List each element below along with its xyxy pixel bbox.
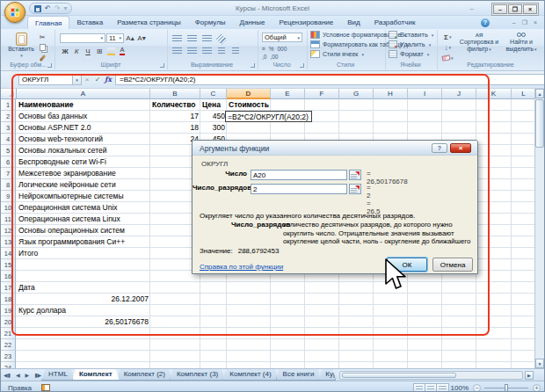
scroll-down-icon[interactable]: ▼ (535, 359, 544, 368)
row-header-18[interactable]: 18 (1, 294, 16, 305)
workbook-restore-icon[interactable]: ❐ (522, 19, 527, 26)
cell-A4[interactable]: Основы web-технологий (18, 134, 149, 145)
row-header-22[interactable]: 22 (1, 339, 16, 351)
tab-Главная[interactable]: Главная (27, 16, 69, 29)
close-button[interactable]: × (523, 4, 537, 14)
next-sheet-icon[interactable]: ▶ (23, 372, 33, 378)
enter-icon[interactable]: ✓ (92, 74, 103, 85)
cell-C1[interactable]: Цена (201, 99, 226, 111)
row-header-14[interactable]: 14 (1, 248, 16, 259)
row-header-12[interactable]: 12 (1, 225, 16, 236)
tab-Данные[interactable]: Данные (233, 16, 272, 29)
help-icon[interactable]: ? (481, 18, 490, 27)
name-box[interactable]: ОКРУГЛ (18, 74, 73, 85)
name-box-dropdown-icon[interactable]: ▾ (73, 74, 82, 85)
row-header-11[interactable]: 11 (1, 214, 16, 225)
digits-arg-input[interactable]: 2 (251, 184, 347, 194)
cell-A19[interactable]: Курс доллара (18, 305, 149, 316)
row-header-17[interactable]: 17 (1, 282, 16, 294)
restore-button[interactable]: ❐ (508, 4, 522, 14)
column-header-D[interactable]: D (227, 89, 271, 99)
column-header-G[interactable]: G (339, 89, 374, 99)
cell-styles-button[interactable]: Стили ячеек▾ (308, 49, 385, 59)
vertical-scroll-thumb[interactable] (535, 99, 544, 148)
paste-dropdown-icon[interactable]: ▾ (9, 53, 34, 58)
number-dialog-launcher-icon[interactable] (300, 63, 304, 68)
help-link[interactable]: Справка по этой функции (200, 263, 283, 271)
row-header-16[interactable]: 16 (1, 271, 16, 282)
align-top-icon[interactable] (171, 33, 183, 44)
decrease-indent-icon[interactable] (216, 46, 227, 56)
clipboard-dialog-launcher-icon[interactable] (47, 63, 52, 68)
cell-A6[interactable]: Беспроводные сети Wi-Fi (18, 156, 149, 168)
comma-style-icon[interactable]: 000 (277, 46, 287, 52)
copy-icon[interactable] (37, 42, 47, 53)
tab-Рецензирование[interactable]: Рецензирование (272, 16, 340, 29)
cell-D2[interactable]: =B2*C2/ОКРУГЛ(A20;2) (225, 111, 312, 122)
cell-A13[interactable]: Язык программирования Си++ (18, 236, 149, 248)
bold-button[interactable]: Ж (60, 46, 70, 56)
cancel-icon[interactable]: × (82, 74, 92, 85)
tab-Разметка страницы[interactable]: Разметка страницы (110, 16, 188, 29)
font-color-icon[interactable]: А (117, 46, 127, 56)
percent-style-icon[interactable]: % (269, 46, 274, 52)
cell-C2[interactable]: 450 (201, 111, 226, 122)
cell-A8[interactable]: Логические нейронные сети (18, 179, 149, 191)
increase-indent-icon[interactable] (230, 46, 241, 56)
column-header-L[interactable]: L (512, 89, 536, 99)
increase-decimal-icon[interactable]: ,0 (262, 54, 266, 60)
dialog-title-bar[interactable]: Аргументы функции ? × (193, 141, 477, 156)
save-icon[interactable] (34, 5, 41, 12)
decrease-decimal-icon[interactable]: ,00 (270, 54, 278, 60)
column-header-A[interactable]: A (17, 89, 150, 99)
app-minimize-icon[interactable]: – (470, 4, 474, 12)
number-format-combo[interactable]: Общий▾ (262, 33, 302, 42)
row-header-21[interactable]: 21 (1, 328, 16, 339)
sheet-tab-Комплект (4)[interactable]: Комплект (4) (222, 369, 278, 381)
insert-function-icon[interactable]: ƒx (103, 74, 113, 85)
orientation-icon[interactable] (216, 33, 227, 44)
sheet-tab-Комплект (3)[interactable]: Комплект (3) (170, 369, 225, 381)
insert-cells-button[interactable]: + Вставить▾ (386, 30, 437, 40)
page-layout-view-icon[interactable] (425, 384, 437, 392)
cell-D1[interactable]: Стоимость (228, 99, 270, 111)
tab-Вид[interactable]: Вид (340, 16, 367, 29)
cell-A18[interactable]: 26.12.2007 (18, 294, 149, 305)
cell-A9[interactable]: Нейрокомпьютерные системы (18, 191, 149, 202)
tab-Разработчик[interactable]: Разработчик (367, 16, 423, 29)
sort-filter-button[interactable]: АЯ Сортировка и фильтр▾ (459, 32, 499, 53)
range-selector-icon[interactable] (349, 184, 361, 194)
format-as-table-button[interactable]: Форматировать как таблицу▾ (308, 40, 385, 49)
cell-B3[interactable]: 18 (151, 122, 200, 134)
office-button[interactable] (4, 2, 25, 23)
format-cells-button[interactable]: Формат▾ (386, 49, 437, 59)
formula-input[interactable]: =B2*C2/ОКРУГЛ(A20;2) (115, 74, 544, 85)
tab-Вставка[interactable]: Вставка (69, 16, 110, 29)
workbook-close-icon[interactable]: × (534, 19, 537, 26)
shrink-font-icon[interactable]: A▾ (136, 33, 147, 43)
page-break-view-icon[interactable] (437, 384, 448, 392)
workbook-minimize-icon[interactable]: – (512, 19, 516, 26)
cell-A20[interactable]: 26,50176678 (18, 316, 149, 328)
dialog-help-icon[interactable]: ? (432, 143, 447, 153)
sheet-tab-Комплект (2)[interactable]: Комплект (2) (117, 369, 172, 381)
zoom-in-icon[interactable]: + (533, 384, 541, 392)
cell-A10[interactable]: Операционная система Unix (18, 202, 149, 214)
sheet-tab-Кур[interactable]: Кур (318, 369, 336, 381)
row-header-13[interactable]: 13 (1, 236, 16, 248)
font-dialog-launcher-icon[interactable] (160, 63, 164, 68)
ok-button[interactable]: ОК (387, 258, 427, 272)
column-header-C[interactable]: C (200, 89, 227, 99)
cell-A1[interactable]: Наименование (18, 99, 149, 111)
cancel-button[interactable]: Отмена (432, 258, 473, 272)
sheet-tab-Комплект[interactable]: Комплект (72, 369, 120, 381)
font-size-combo[interactable]: 11▾ (106, 33, 124, 43)
row-header-8[interactable]: 8 (1, 179, 16, 191)
align-left-icon[interactable] (171, 46, 183, 56)
row-header-2[interactable]: 2 (1, 111, 16, 122)
fill-color-icon[interactable] (105, 46, 116, 56)
cell-B2[interactable]: 17 (151, 111, 200, 122)
cell-A17[interactable]: Дата (18, 282, 149, 294)
alignment-dialog-launcher-icon[interactable] (251, 63, 255, 68)
align-middle-icon[interactable] (186, 33, 198, 44)
